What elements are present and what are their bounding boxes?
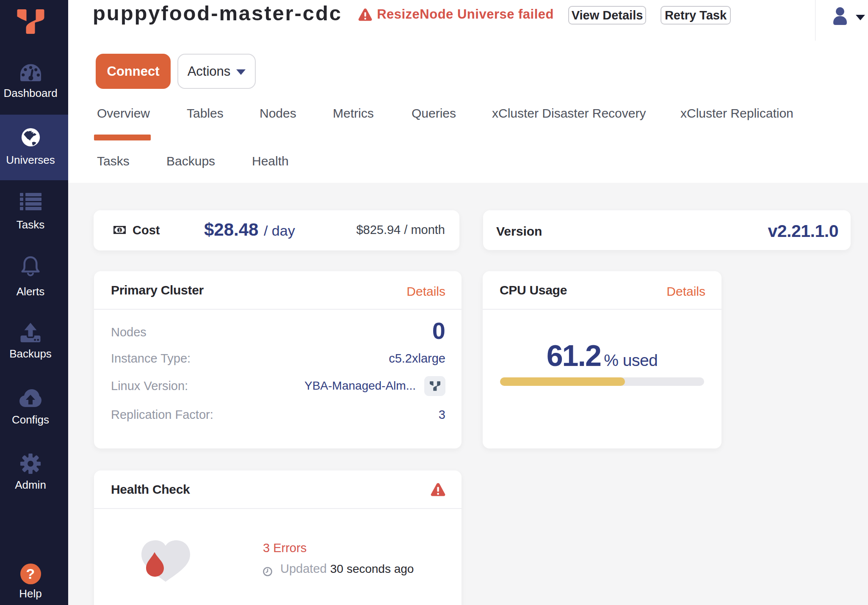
svg-text:1: 1 bbox=[119, 227, 121, 233]
